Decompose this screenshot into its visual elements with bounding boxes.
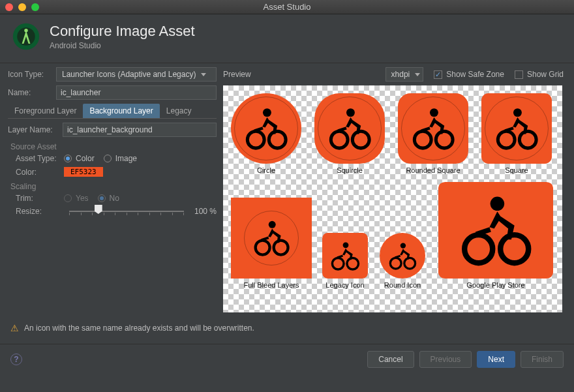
titlebar: Asset Studio — [0, 0, 574, 14]
preview-canvas: Circle Squircle Rounded Square — [223, 85, 562, 312]
asset-type-image-radio[interactable]: Image — [104, 154, 137, 163]
layer-tabs: Foreground Layer Background Layer Legacy — [8, 104, 217, 119]
dialog-header: Configure Image Asset Android Studio — [0, 14, 574, 63]
resize-value: 100 % — [189, 207, 217, 216]
trim-no-radio[interactable]: No — [98, 194, 119, 203]
preview-item-label: Full Bleed Layers — [231, 281, 312, 289]
preview-panel: Preview xhdpi Show Safe Zone Show Grid — [223, 67, 566, 312]
preview-item-label: Round Icon — [380, 281, 425, 289]
finish-button[interactable]: Finish — [521, 351, 564, 368]
next-button[interactable]: Next — [477, 351, 515, 368]
chevron-down-icon — [415, 73, 420, 76]
warning-icon: ⚠ — [10, 323, 19, 333]
color-label: Color: — [16, 168, 64, 177]
cyclist-icon — [329, 241, 361, 271]
minimize-window-button[interactable] — [18, 3, 26, 11]
density-select[interactable]: xhdpi — [385, 67, 424, 82]
name-label: Name: — [8, 88, 56, 97]
config-panel: Icon Type: Launcher Icons (Adaptive and … — [8, 67, 223, 312]
layer-name-input[interactable] — [63, 123, 217, 137]
trim-label: Trim: — [16, 194, 64, 203]
preview-label: Preview — [223, 70, 251, 79]
chevron-down-icon — [201, 73, 206, 76]
preview-item-label: Legacy Icon — [322, 281, 368, 289]
icon-type-label: Icon Type: — [8, 70, 56, 79]
radio-label-color: Color — [76, 154, 95, 163]
help-button[interactable]: ? — [10, 354, 22, 365]
preview-item-label: Squircle — [314, 166, 385, 174]
maximize-window-button[interactable] — [31, 3, 39, 11]
dialog-title: Configure Image Asset — [50, 23, 195, 40]
cyclist-icon — [457, 194, 534, 266]
trim-yes-radio[interactable]: Yes — [64, 194, 89, 203]
resize-label: Resize: — [16, 207, 64, 216]
icon-type-value: Launcher Icons (Adaptive and Legacy) — [59, 70, 198, 79]
android-studio-logo — [12, 22, 40, 51]
source-asset-heading: Source Asset — [10, 142, 217, 151]
radio-label-image: Image — [115, 154, 137, 163]
preview-item-label: Rounded Square — [398, 166, 468, 174]
name-input[interactable] — [56, 85, 217, 100]
preview-item-label: Square — [481, 166, 552, 174]
show-grid-checkbox[interactable]: Show Grid — [515, 70, 564, 79]
tab-foreground[interactable]: Foreground Layer — [8, 104, 83, 118]
show-safe-zone-checkbox[interactable]: Show Safe Zone — [434, 70, 504, 79]
warning-message: ⚠ An icon with the same name already exi… — [0, 312, 574, 344]
cancel-button[interactable]: Cancel — [367, 351, 414, 368]
preview-item-label: Google Play Store — [438, 281, 553, 289]
density-value: xhdpi — [389, 70, 413, 79]
window-title: Asset Studio — [0, 2, 574, 12]
asset-type-label: Asset Type: — [16, 154, 64, 163]
dialog-subtitle: Android Studio — [50, 41, 195, 50]
preview-item-label: Circle — [231, 166, 301, 174]
tab-background[interactable]: Background Layer — [83, 104, 159, 118]
resize-slider[interactable] — [69, 209, 184, 214]
cyclist-icon — [387, 242, 417, 270]
warning-text: An icon with the same name already exist… — [24, 324, 254, 333]
dialog-footer: ? Cancel Previous Next Finish — [0, 344, 574, 374]
asset-type-color-radio[interactable]: Color — [64, 154, 95, 163]
checkbox-icon — [434, 70, 442, 79]
svg-point-2 — [24, 29, 28, 33]
color-swatch[interactable]: EF5323 — [64, 167, 103, 177]
checkbox-icon — [515, 70, 523, 79]
previous-button[interactable]: Previous — [419, 351, 472, 368]
layer-name-label: Layer Name: — [8, 125, 63, 134]
scaling-heading: Scaling — [10, 182, 217, 191]
tab-legacy[interactable]: Legacy — [160, 104, 198, 118]
close-window-button[interactable] — [5, 3, 13, 11]
icon-type-select[interactable]: Launcher Icons (Adaptive and Legacy) — [56, 67, 217, 82]
